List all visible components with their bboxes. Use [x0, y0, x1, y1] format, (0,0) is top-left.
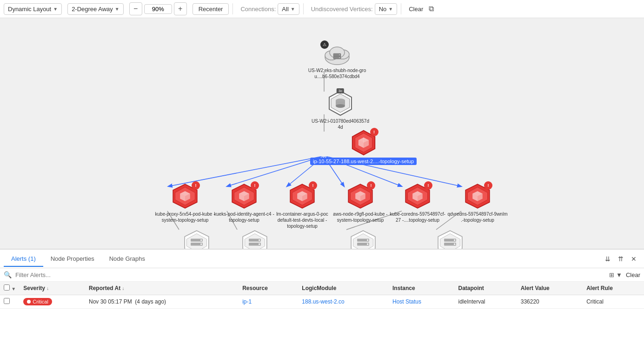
- col-checkbox: ▼: [0, 282, 20, 295]
- hex-child-4[interactable]: ! aws-node-r9gfl-pod-kube -system-topolo…: [330, 183, 391, 223]
- hex-sub-1[interactable]: kube-proxy-ds-kube-systems -topology-set…: [166, 230, 227, 249]
- filter-icon: ⊞: [609, 271, 614, 278]
- tab-alerts[interactable]: Alerts (1): [4, 251, 43, 267]
- hex-child-6[interactable]: ! qdvredns-59754897cf-9wnlm .-topology-s…: [447, 183, 508, 223]
- hex4-label: aws-node-r9gfl-pod-kube -system-topology…: [330, 211, 391, 223]
- layout-arrow: ▼: [53, 7, 58, 12]
- svg-point-19: [339, 57, 340, 58]
- hex-child-5[interactable]: ! kube-coredns-59754897cf-27 -....topolo…: [387, 183, 448, 223]
- sub2-icon: [242, 230, 268, 249]
- svg-point-92: [454, 239, 455, 241]
- col-alert-rule[interactable]: Alert Rule: [583, 282, 644, 295]
- cloud-node[interactable]: ⚠ US-W2:eks-shubh-node-gro u....b6-580e3…: [307, 42, 367, 79]
- alerts-filter-input[interactable]: [15, 271, 605, 278]
- filter-button[interactable]: ⊞ ▼: [609, 271, 622, 278]
- alert-rule-cell: Critical: [583, 295, 644, 309]
- alerts-table-scroll[interactable]: ▼ Severity ↓ Reported At ↓ Resource Logi…: [0, 282, 644, 337]
- hex-child-1[interactable]: ! kube-proxy-5rx54-pod-kube -system-topo…: [155, 183, 215, 223]
- col-resource[interactable]: Resource: [239, 282, 298, 295]
- severity-dot: [27, 300, 31, 304]
- panel-collapse-all-button[interactable]: ⇊: [601, 252, 614, 265]
- zoom-out-button[interactable]: −: [129, 2, 142, 15]
- tab-node-properties[interactable]: Node Properties: [43, 251, 102, 267]
- row-checkbox[interactable]: [4, 298, 10, 304]
- hex1-alert-badge: !: [192, 181, 200, 190]
- col-severity[interactable]: Severity ↓: [20, 282, 85, 295]
- toolbar: Dynamic Layout ▼ 2-Degree Away ▼ − 90 % …: [0, 0, 644, 18]
- center-alert-badge: !: [370, 128, 378, 136]
- hex6-alert-badge: !: [484, 181, 492, 190]
- resource-cell: ip-1: [239, 295, 298, 309]
- connections-dropdown[interactable]: All ▼: [278, 3, 299, 15]
- hex6-label: qdvredns-59754897cf-9wnlm .-topology-set…: [447, 211, 508, 223]
- undiscovered-value: No: [379, 6, 387, 13]
- center-node-label-container: ip-10-55-27-188.us-west-2....-topology-s…: [310, 158, 417, 165]
- graph-canvas[interactable]: ⚠ US-W2:eks-shubh-node-gro u....b6-580e3…: [0, 18, 644, 249]
- degree-label: 2-Degree Away: [72, 6, 113, 13]
- hex1-label: kube-proxy-5rx54-pod-kube -system-topolo…: [155, 211, 215, 223]
- hex-top-icon: [327, 90, 353, 116]
- separator-1: [232, 3, 233, 14]
- zoom-in-button[interactable]: +: [174, 2, 187, 15]
- hex-sub-3[interactable]: aws-node-ds-kube-system-t opology-setup: [333, 230, 393, 249]
- select-all-checkbox[interactable]: [4, 284, 10, 291]
- warning-badge: ⚠: [320, 40, 329, 49]
- connections-arrow: ▼: [291, 7, 295, 12]
- separator-3: [401, 3, 401, 14]
- tab-node-graphs[interactable]: Node Graphs: [102, 251, 153, 267]
- hex-sub-2[interactable]: pod-identity-agent-ds.... -pology-setup: [225, 230, 285, 249]
- sub1-icon: [184, 230, 210, 249]
- hex5-label: kube-coredns-59754897cf-27 -....topology…: [387, 211, 448, 223]
- hex-sub-4[interactable]: coredns-59754897cf-rs-kub e-system-topol…: [420, 230, 480, 249]
- col-logic-module[interactable]: LogicModule: [298, 282, 389, 295]
- center-node-selected-label: ip-10-55-27-188.us-west-2....-topology-s…: [310, 158, 417, 165]
- hex-child-3[interactable]: ! lm-container-argus-0-poc default-test-…: [272, 183, 332, 229]
- logic-module-link[interactable]: 188.us-west-2.co: [302, 298, 344, 305]
- hex3-alert-badge: !: [309, 181, 317, 190]
- hex2-alert-badge: !: [251, 181, 259, 190]
- degree-dropdown[interactable]: 2-Degree Away ▼: [67, 3, 124, 15]
- hex-top-node[interactable]: 3c US-W2:i-010780ed406357d 4d: [310, 90, 371, 130]
- filter-arrow: ▼: [616, 271, 622, 278]
- hex2-label: kueks-pod-identity-agent-c4 -topology-se…: [214, 211, 274, 223]
- resource-link[interactable]: ip-1: [242, 298, 252, 305]
- panel-close-button[interactable]: ✕: [627, 252, 640, 265]
- hex4-alert-badge: !: [367, 181, 375, 190]
- col-datapoint[interactable]: Datapoint: [454, 282, 517, 295]
- undiscovered-dropdown[interactable]: No ▼: [375, 3, 398, 15]
- alerts-tbody: Critical Nov 30 05:17 PM (4 days ago) ip…: [0, 295, 644, 309]
- zoom-value-display: 90 %: [144, 4, 172, 14]
- panel-tabs: Alerts (1) Node Properties Node Graphs ⇊…: [0, 250, 644, 268]
- col-alert-value[interactable]: Alert Value: [517, 282, 583, 295]
- col-instance[interactable]: Instance: [389, 282, 454, 295]
- alerts-clear-button[interactable]: Clear: [626, 271, 640, 278]
- svg-line-3: [227, 157, 322, 186]
- svg-point-87: [367, 244, 368, 245]
- degree-arrow: ▼: [115, 7, 120, 12]
- hex3-label: lm-container-argus-0-poc default-test-de…: [272, 211, 332, 229]
- svg-point-86: [367, 239, 368, 241]
- datapoint-cell: idleInterval: [454, 295, 517, 309]
- severity-label: Critical: [33, 299, 48, 304]
- center-node[interactable]: ! ip-10-55-27-188.us-west-2....-topology…: [310, 130, 417, 165]
- svg-point-80: [259, 239, 260, 241]
- cloud-node-label: US-W2:eks-shubh-node-gro u....b6-580e374…: [307, 67, 367, 79]
- row-checkbox-cell[interactable]: [0, 295, 20, 309]
- hex-child-2[interactable]: ! kueks-pod-identity-agent-c4 -topology-…: [214, 183, 274, 223]
- layout-dropdown[interactable]: Dynamic Layout ▼: [4, 3, 62, 15]
- sub3-icon: [350, 230, 376, 249]
- table-row: Critical Nov 30 05:17 PM (4 days ago) ip…: [0, 295, 644, 309]
- connections-value: All: [282, 6, 288, 13]
- svg-point-24: [336, 104, 345, 108]
- alerts-table: ▼ Severity ↓ Reported At ↓ Resource Logi…: [0, 282, 644, 309]
- hex5-alert-badge: !: [424, 181, 432, 190]
- svg-point-75: [200, 244, 202, 245]
- main-area: ⚠ US-W2:eks-shubh-node-gro u....b6-580e3…: [0, 18, 644, 337]
- col-reported-at[interactable]: Reported At ↓: [85, 282, 239, 295]
- clear-button[interactable]: Clear: [405, 4, 427, 14]
- instance-link[interactable]: Host Status: [392, 298, 421, 305]
- recenter-button[interactable]: Recenter: [193, 3, 229, 15]
- search-icon: 🔍: [4, 271, 12, 278]
- panel-expand-button[interactable]: ⇈: [614, 252, 627, 265]
- external-link-icon[interactable]: ⧉: [429, 5, 434, 13]
